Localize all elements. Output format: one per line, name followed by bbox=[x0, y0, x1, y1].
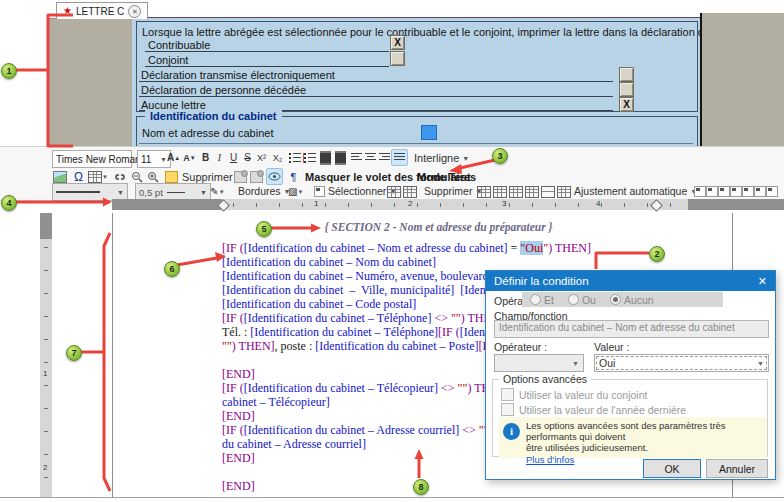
callout-badge-8: 8 bbox=[413, 479, 429, 495]
callout-badge-5: 5 bbox=[256, 221, 272, 237]
doc-line[interactable]: du cabinet – Adresse courriel] bbox=[222, 437, 366, 451]
doc-line[interactable]: [Identification du cabinet – Numéro, ave… bbox=[222, 269, 514, 283]
callout-badge-4: 4 bbox=[1, 195, 17, 211]
chevron-down-icon: ▼ bbox=[757, 360, 764, 367]
check-valeur-annee[interactable]: Utiliser la valeur de l'année dernière bbox=[501, 403, 686, 416]
valeur-label: Valeur : bbox=[594, 341, 629, 353]
radio-aucun[interactable]: Aucun bbox=[610, 294, 654, 306]
options-avancees-label: Options avancées bbox=[499, 373, 591, 385]
section-marker: { SECTION 2 - Nom et adresse du préparat… bbox=[222, 221, 655, 233]
doc-line[interactable]: [END] bbox=[222, 409, 255, 423]
radio-icon bbox=[530, 294, 541, 305]
doc-line[interactable]: [IF ([Identification du cabinet – Nom et… bbox=[222, 241, 591, 255]
champ-fonction-field: Identification du cabinet – Nom et adres… bbox=[494, 320, 769, 338]
definir-condition-dialog: Définir la condition ✕ Opérateur : Et Ou… bbox=[485, 270, 776, 480]
doc-line[interactable]: cabinet – Télécopieur] bbox=[222, 395, 330, 409]
radio-ou[interactable]: Ou bbox=[568, 294, 596, 306]
radio-icon bbox=[610, 294, 621, 305]
tab-label: LETTRE C bbox=[76, 6, 124, 17]
callout-badge-1: 1 bbox=[1, 63, 17, 79]
annuler-button[interactable]: Annuler bbox=[706, 459, 768, 478]
tab-close-icon[interactable]: ✕ bbox=[128, 5, 141, 18]
options-avancees-group: Options avancées Utiliser la valeur du c… bbox=[492, 379, 768, 457]
callout-badge-3: 3 bbox=[492, 148, 508, 164]
checkbox-icon bbox=[501, 403, 514, 416]
operator-radio-group: Et Ou Aucun bbox=[522, 292, 723, 307]
doc-line[interactable]: [Identification du cabinet – Code postal… bbox=[222, 297, 416, 311]
page-left-edge bbox=[112, 213, 113, 497]
doc-line[interactable]: [END] bbox=[222, 451, 255, 465]
check-valeur-conjoint[interactable]: Utiliser la valeur du conjoint bbox=[501, 388, 647, 401]
doc-line[interactable]: [IF ([Identification du cabinet – Téléph… bbox=[222, 311, 504, 325]
callout-badge-2: 2 bbox=[649, 246, 665, 262]
checkbox-icon bbox=[501, 388, 514, 401]
radio-icon bbox=[568, 294, 579, 305]
chevron-down-icon: ▼ bbox=[572, 360, 579, 367]
callout-badge-6: 6 bbox=[164, 261, 180, 277]
info-panel: i Les options avancées sont des paramètr… bbox=[499, 417, 767, 458]
dialog-titlebar[interactable]: Définir la condition ✕ bbox=[486, 271, 775, 291]
dialog-close-icon[interactable]: ✕ bbox=[758, 275, 767, 288]
maple-leaf-icon: ★ bbox=[63, 6, 72, 16]
tab-lettre-c[interactable]: ★ LETTRE C ✕ bbox=[56, 2, 148, 19]
ok-button[interactable]: OK bbox=[643, 459, 701, 478]
operator2-label: Opérateur : bbox=[494, 341, 547, 353]
plus-infos-link[interactable]: Plus d'infos bbox=[526, 454, 574, 465]
doc-line[interactable]: [Identification du cabinet – Nom du cabi… bbox=[222, 255, 436, 269]
app-window: ★ LETTRE C ✕ Lorsque la lettre abrégée e… bbox=[0, 0, 784, 502]
doc-line[interactable]: [END] bbox=[222, 367, 255, 381]
doc-line[interactable]: [END] bbox=[222, 479, 255, 493]
valeur-combo[interactable]: Oui▼ bbox=[594, 354, 769, 372]
radio-et[interactable]: Et bbox=[530, 294, 554, 306]
callout-badge-7: 7 bbox=[66, 345, 82, 361]
doc-line[interactable]: "") THEN], poste : [Identification du ca… bbox=[222, 339, 511, 353]
operator-combo: ▼ bbox=[494, 354, 584, 372]
info-icon: i bbox=[503, 423, 520, 440]
dialog-title: Définir la condition bbox=[494, 275, 589, 287]
